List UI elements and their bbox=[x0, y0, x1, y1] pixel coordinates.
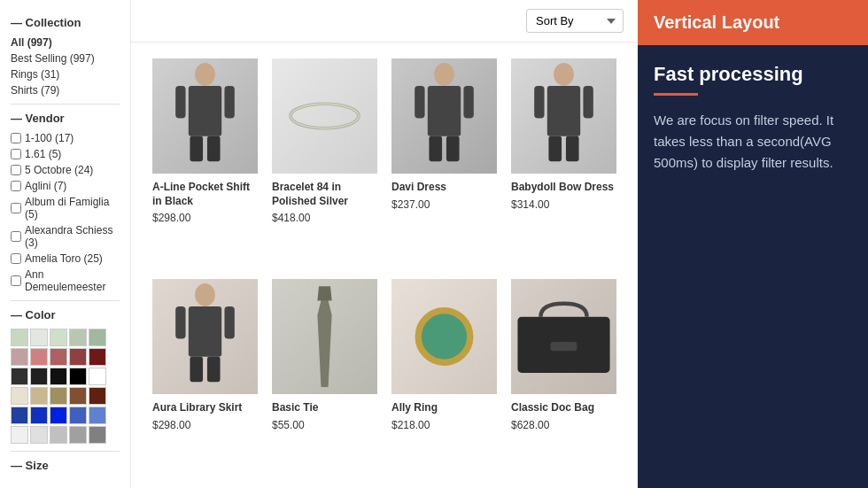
color-swatch[interactable] bbox=[30, 407, 48, 424]
product-image bbox=[511, 279, 616, 394]
right-panel-body: Fast processing We are focus on filter s… bbox=[638, 45, 868, 488]
color-swatch[interactable] bbox=[50, 329, 67, 346]
product-price: $55.00 bbox=[272, 419, 377, 431]
svg-rect-18 bbox=[534, 86, 544, 119]
vendor-checkbox[interactable] bbox=[11, 149, 21, 159]
product-card[interactable]: Ally Ring$218.00 bbox=[384, 272, 504, 479]
vendor-checkbox[interactable] bbox=[11, 165, 21, 175]
color-swatch[interactable] bbox=[50, 387, 67, 405]
color-swatch[interactable] bbox=[50, 368, 67, 385]
color-swatch[interactable] bbox=[89, 426, 106, 444]
vendor-item[interactable]: 5 Octobre (24) bbox=[11, 164, 120, 176]
color-swatch[interactable] bbox=[50, 426, 67, 444]
color-grid bbox=[11, 329, 120, 444]
color-swatch[interactable] bbox=[69, 387, 87, 405]
product-name: Bracelet 84 in Polished Silver bbox=[272, 181, 377, 208]
product-card[interactable]: Classic Doc Bag$628.00 bbox=[504, 272, 624, 479]
svg-rect-31 bbox=[551, 342, 577, 351]
vendor-checkbox[interactable] bbox=[11, 231, 21, 242]
color-swatch[interactable] bbox=[30, 426, 48, 444]
svg-point-0 bbox=[195, 63, 215, 86]
collection-item[interactable]: Rings (31) bbox=[11, 68, 120, 81]
color-swatch[interactable] bbox=[11, 368, 28, 385]
color-swatch[interactable] bbox=[50, 348, 67, 366]
main-header: Sort ByPrice: Low to HighPrice: High to … bbox=[131, 0, 638, 43]
vendor-item[interactable]: Ann Demeulemeester bbox=[11, 268, 120, 293]
product-name: Babydoll Bow Dress bbox=[511, 181, 616, 195]
svg-rect-19 bbox=[583, 86, 593, 119]
vendor-item[interactable]: Amelia Toro (25) bbox=[11, 252, 120, 265]
vendor-label: 5 Octobre (24) bbox=[25, 164, 93, 176]
product-image bbox=[511, 58, 616, 174]
color-swatch[interactable] bbox=[89, 348, 106, 366]
collection-list: All (997)Best Selling (997)Rings (31)Shi… bbox=[11, 36, 120, 97]
color-swatch[interactable] bbox=[89, 368, 106, 385]
vendor-item[interactable]: 1-100 (17) bbox=[11, 132, 120, 144]
product-name: Basic Tie bbox=[272, 401, 377, 415]
collection-item[interactable]: All (997) bbox=[11, 36, 120, 49]
svg-marker-26 bbox=[317, 286, 331, 387]
vendor-item[interactable]: Aglini (7) bbox=[11, 180, 120, 192]
color-swatch[interactable] bbox=[11, 407, 28, 424]
color-swatch[interactable] bbox=[89, 387, 106, 405]
vendor-item[interactable]: Album di Famiglia (5) bbox=[11, 196, 120, 221]
color-swatch[interactable] bbox=[69, 329, 87, 346]
product-card[interactable]: Davi Dress$237.00 bbox=[384, 51, 504, 272]
svg-point-7 bbox=[291, 104, 359, 128]
svg-rect-10 bbox=[429, 136, 442, 161]
product-card[interactable]: Bracelet 84 in Polished Silver$418.00 bbox=[265, 51, 384, 272]
product-image bbox=[391, 279, 497, 394]
color-swatch[interactable] bbox=[11, 387, 28, 405]
vendor-item[interactable]: 1.61 (5) bbox=[11, 148, 120, 160]
color-title: — Color bbox=[11, 308, 120, 321]
product-card[interactable]: Babydoll Bow Dress$314.00 bbox=[504, 51, 624, 272]
collection-item[interactable]: Best Selling (997) bbox=[11, 52, 120, 65]
color-swatch[interactable] bbox=[69, 426, 87, 444]
vendor-label: Ann Demeulemeester bbox=[25, 268, 120, 293]
color-swatch[interactable] bbox=[69, 368, 87, 385]
color-swatch[interactable] bbox=[89, 407, 106, 424]
sort-select[interactable]: Sort ByPrice: Low to HighPrice: High to … bbox=[526, 9, 624, 33]
product-image bbox=[272, 58, 377, 174]
vendor-title: — Vendor bbox=[11, 112, 120, 125]
product-card[interactable]: Basic Tie$55.00 bbox=[265, 272, 384, 479]
vendor-label: Amelia Toro (25) bbox=[25, 252, 103, 265]
svg-rect-21 bbox=[189, 306, 221, 357]
product-name: A-Line Pocket Shift in Black bbox=[152, 181, 258, 208]
collection-item[interactable]: Shirts (79) bbox=[11, 84, 120, 97]
vendor-item[interactable]: Alexandra Schiess (3) bbox=[11, 224, 120, 249]
product-price: $298.00 bbox=[152, 419, 258, 431]
svg-rect-1 bbox=[189, 86, 221, 136]
accent-line bbox=[654, 93, 698, 96]
vendor-checkbox[interactable] bbox=[11, 203, 21, 213]
product-price: $628.00 bbox=[511, 419, 616, 431]
color-swatch[interactable] bbox=[30, 329, 48, 346]
svg-rect-15 bbox=[547, 86, 580, 136]
vendor-checkbox[interactable] bbox=[11, 181, 21, 191]
color-swatch[interactable] bbox=[30, 348, 48, 366]
color-swatch[interactable] bbox=[30, 387, 48, 405]
size-title: — Size bbox=[11, 459, 120, 472]
color-swatch[interactable] bbox=[11, 348, 28, 366]
color-swatch[interactable] bbox=[11, 329, 28, 346]
color-swatch[interactable] bbox=[89, 329, 106, 346]
product-card[interactable]: Aura Library Skirt$298.00 bbox=[145, 272, 265, 479]
color-swatch[interactable] bbox=[11, 426, 28, 444]
product-image bbox=[391, 58, 497, 174]
product-price: $237.00 bbox=[391, 198, 497, 211]
svg-point-8 bbox=[434, 63, 454, 86]
product-price: $298.00 bbox=[152, 212, 258, 224]
color-swatch[interactable] bbox=[50, 407, 67, 424]
color-swatch[interactable] bbox=[30, 368, 48, 385]
products-grid: A-Line Pocket Shift in Black$298.00 Brac… bbox=[131, 43, 638, 488]
svg-rect-4 bbox=[175, 86, 185, 119]
svg-rect-17 bbox=[566, 136, 579, 161]
vendor-checkbox[interactable] bbox=[11, 133, 21, 143]
vendor-checkbox[interactable] bbox=[11, 253, 21, 264]
vendor-label: Album di Famiglia (5) bbox=[25, 196, 120, 221]
product-card[interactable]: A-Line Pocket Shift in Black$298.00 bbox=[145, 51, 265, 272]
color-swatch[interactable] bbox=[69, 348, 87, 366]
sidebar: — Collection All (997)Best Selling (997)… bbox=[0, 0, 131, 488]
vendor-checkbox[interactable] bbox=[11, 275, 21, 286]
color-swatch[interactable] bbox=[69, 407, 87, 424]
